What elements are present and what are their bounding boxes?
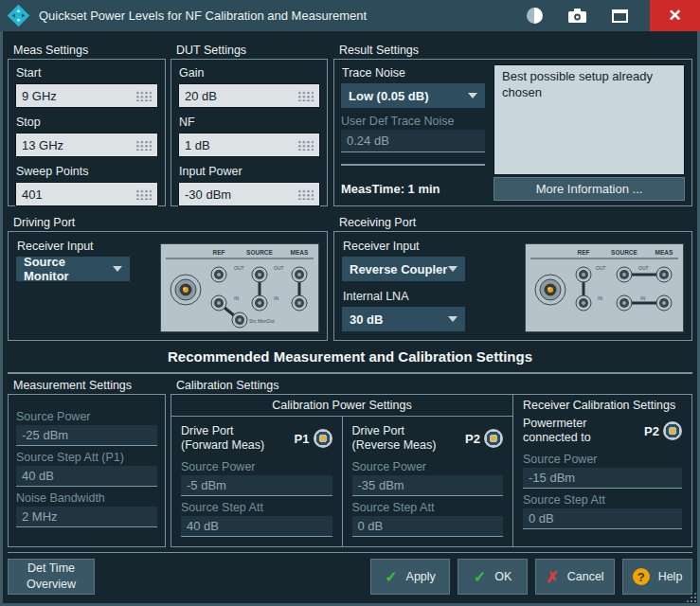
recommended-heading: Recommended Measurement and Calibration …	[0, 348, 700, 365]
receiver-calibration-settings-header: Receiver Calibration Settings	[523, 399, 682, 416]
help-button[interactable]: ? Help	[622, 559, 692, 595]
start-field[interactable]: 9 GHz	[15, 83, 158, 108]
in-label: IN	[234, 295, 239, 301]
receiver-source-step-att-label: Source Step Att	[523, 493, 682, 508]
receiver-port-number: P2	[644, 424, 659, 438]
forward-source-step-att-label: Source Step Att	[181, 501, 332, 516]
gain-field[interactable]: 20 dB	[178, 83, 320, 108]
src-monout-connector	[232, 312, 247, 328]
input-power-label: Input Power	[179, 165, 320, 179]
source-step-att-p1-value: 40 dB	[22, 469, 54, 483]
port-connector-icon	[484, 429, 503, 448]
more-information-button[interactable]: More Information ...	[494, 177, 685, 201]
nf-label: NF	[179, 116, 320, 130]
result-settings-label: Result Settings	[333, 44, 692, 58]
internal-lna-dropdown[interactable]: 30 dB	[342, 307, 465, 331]
receiving-receiver-input-dropdown[interactable]: Reverse Coupler	[342, 257, 465, 281]
source-step-att-p1-field: 40 dB	[16, 466, 157, 487]
reverse-source-power-field: -35 dBm	[352, 475, 504, 496]
title-bar: Quickset Power Levels for NF Calibration…	[0, 0, 700, 31]
trace-noise-dropdown[interactable]: Low (0.05 dB)	[341, 83, 485, 108]
receiver-source-step-att-value: 0 dB	[529, 511, 554, 526]
det-time-line1: Det Time	[27, 561, 75, 577]
keypad-icon	[135, 139, 152, 151]
reverse-source-power-value: -35 dBm	[358, 478, 404, 492]
internal-lna-label: Internal LNA	[343, 290, 465, 304]
test-port-connector	[171, 275, 201, 305]
sweep-points-field[interactable]: 401	[15, 182, 158, 206]
source-power-value: -25 dBm	[22, 428, 68, 442]
keypad-icon	[296, 188, 314, 200]
input-power-field[interactable]: -30 dBm	[178, 182, 320, 206]
forward-meas-column: Drive Port (Forward Meas) P1 Source Powe…	[171, 417, 343, 546]
meas-time-text: MeasTime: 1 min	[341, 182, 485, 196]
nf-field[interactable]: 1 dB	[178, 133, 320, 157]
in-label: IN	[274, 295, 278, 301]
ok-label: OK	[494, 570, 512, 583]
in-label: IN	[598, 295, 602, 301]
driving-receiver-input-label: Receiver Input	[17, 240, 130, 254]
forward-title-line1: Drive Port	[181, 424, 264, 438]
source-out-connector	[617, 267, 632, 282]
receiving-receiver-input-value: Reverse Coupler	[350, 262, 447, 276]
out-label: OUT	[596, 265, 606, 271]
result-settings-group: Result Settings Trace Noise Low (0.05 dB…	[333, 44, 692, 206]
close-button[interactable]: ✕	[650, 0, 700, 31]
trace-noise-value: Low (0.05 dB)	[349, 89, 429, 103]
apply-button[interactable]: ✓ Apply	[370, 559, 450, 595]
help-label: Help	[658, 570, 683, 583]
receiver-source-power-label: Source Power	[523, 453, 682, 468]
det-time-overview-button[interactable]: Det Time Overview	[8, 559, 95, 595]
x-icon: ✗	[546, 568, 558, 586]
cancel-button[interactable]: ✗ Cancel	[535, 559, 615, 595]
reverse-source-power-label: Source Power	[352, 460, 504, 475]
diagram-ref-label: REF	[213, 249, 225, 256]
maximize-icon[interactable]	[612, 9, 628, 23]
stop-label: Stop	[16, 116, 158, 130]
driving-port-diagram: REF SOURCE MEAS	[160, 243, 319, 332]
quickset-dialog: { "colors": { "titlebar_bg": "#2d4b58", …	[0, 0, 700, 606]
driving-receiver-input-dropdown[interactable]: Source Monitor	[16, 257, 130, 281]
source-in-connector	[252, 295, 267, 311]
contrast-icon[interactable]	[527, 8, 543, 24]
driving-receiver-input-value: Source Monitor	[24, 255, 113, 283]
powermeter-title-line1: Powermeter	[523, 417, 591, 431]
diagram-source-label: SOURCE	[246, 249, 273, 256]
receiver-source-power-value: -15 dBm	[529, 471, 575, 485]
chevron-down-icon	[448, 316, 458, 322]
measurement-settings-label: Measurement Settings	[8, 379, 166, 393]
internal-lna-value: 30 dB	[350, 312, 383, 327]
rs-logo-icon	[7, 4, 30, 27]
src-monout-label: Src MonOut	[249, 318, 275, 324]
source-out-connector	[252, 267, 267, 282]
meas-in-connector	[656, 295, 672, 311]
source-in-connector	[617, 295, 632, 311]
receiving-port-diagram: REF SOURCE MEAS	[525, 243, 684, 332]
source-step-att-p1-label: Source Step Att (P1)	[16, 451, 157, 466]
reverse-port-number: P2	[465, 432, 480, 446]
heading-divider	[8, 372, 692, 374]
port-connector-icon	[663, 421, 682, 440]
receiving-port-group: Receiving Port Receiver Input Reverse Co…	[333, 216, 692, 341]
screenshot-camera-icon[interactable]	[568, 9, 586, 23]
stop-field[interactable]: 13 GHz	[15, 133, 158, 157]
user-def-trace-noise-value: 0.24 dB	[347, 134, 389, 148]
reverse-meas-column: Drive Port (Reverse Meas) P2 Source Powe…	[343, 417, 513, 546]
result-divider	[341, 164, 485, 166]
calibration-settings-label: Calibration Settings	[171, 379, 692, 393]
footer-divider	[8, 552, 692, 553]
reverse-source-step-att-field: 0 dB	[352, 516, 504, 537]
forward-source-step-att-field: 40 dB	[181, 516, 332, 537]
sweep-points-label: Sweep Points	[16, 165, 158, 179]
question-mark-icon: ?	[633, 568, 650, 585]
det-time-line2: Overview	[27, 577, 76, 593]
measurement-settings-group: Measurement Settings Source Power -25 dB…	[8, 379, 166, 547]
keypad-icon	[135, 188, 152, 200]
reverse-source-step-att-label: Source Step Att	[352, 501, 504, 516]
gain-label: Gain	[179, 66, 320, 80]
input-power-value: -30 dBm	[185, 187, 231, 202]
dialog-title: Quickset Power Levels for NF Calibration…	[39, 9, 367, 23]
diagram-meas-label: MEAS	[291, 249, 309, 256]
meas-settings-group: Meas Settings Start 9 GHz Stop 13 GHz Sw…	[8, 44, 166, 206]
ok-button[interactable]: ✓ OK	[458, 559, 528, 595]
